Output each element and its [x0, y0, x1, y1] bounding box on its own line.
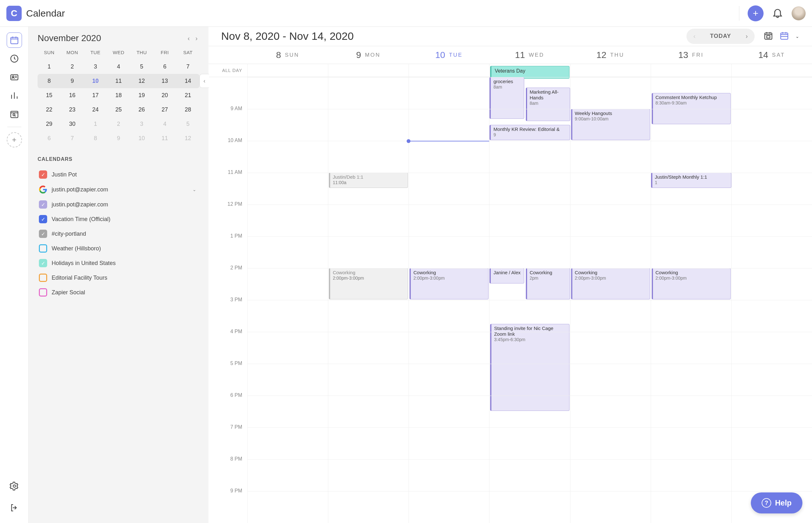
mini-day[interactable]: 10: [84, 74, 107, 88]
mini-day[interactable]: 9: [61, 74, 84, 88]
event[interactable]: Coworking2:00pm-3:00pm: [652, 268, 731, 300]
event[interactable]: Weekly Hangouts9:00am-10:00am: [571, 109, 650, 140]
rail-contacts[interactable]: [7, 69, 22, 85]
day-header[interactable]: 14SAT: [731, 46, 812, 64]
event[interactable]: Commstent Monthly Ketchup8:30am-9:30am: [652, 93, 731, 124]
mini-day[interactable]: 4: [153, 117, 177, 131]
mini-day[interactable]: 25: [107, 103, 130, 117]
calendar-city-portland[interactable]: #city-portland: [38, 227, 199, 241]
mini-day[interactable]: 24: [84, 103, 107, 117]
allday-cell[interactable]: [409, 64, 489, 77]
mini-day[interactable]: 7: [61, 131, 84, 146]
mini-day[interactable]: 18: [107, 88, 130, 103]
rail-logout[interactable]: [7, 500, 22, 515]
rail-analytics[interactable]: [7, 88, 22, 103]
allday-cell[interactable]: [247, 64, 328, 77]
view-dropdown[interactable]: ⌄: [795, 34, 799, 39]
event[interactable]: groceries8am: [490, 77, 524, 119]
mini-day[interactable]: 29: [38, 117, 61, 131]
mini-day[interactable]: 10: [130, 131, 153, 146]
mini-day[interactable]: 9: [107, 131, 130, 146]
mini-day[interactable]: 3: [130, 117, 153, 131]
mini-day[interactable]: 5: [130, 59, 153, 74]
next-week-button[interactable]: ›: [739, 29, 755, 44]
calendar-editorial-tours[interactable]: Editorial Facility Tours: [38, 270, 199, 285]
checkbox-unchecked-icon[interactable]: [39, 244, 47, 253]
mini-day[interactable]: 11: [153, 131, 177, 146]
mini-day[interactable]: 12: [130, 74, 153, 88]
mini-day[interactable]: 12: [176, 131, 199, 146]
mini-day[interactable]: 30: [61, 117, 84, 131]
mini-day[interactable]: 4: [107, 59, 130, 74]
calendar-holidays[interactable]: Holidays in United States: [38, 256, 199, 270]
mini-day[interactable]: 13: [153, 74, 177, 88]
checkbox-checked-icon[interactable]: [39, 200, 47, 209]
notifications-button[interactable]: [772, 7, 783, 19]
mini-day[interactable]: 21: [176, 88, 199, 103]
calendar-weather[interactable]: Weather (Hillsboro): [38, 241, 199, 256]
day-header[interactable]: 11WED: [489, 46, 570, 64]
mini-day[interactable]: 5: [176, 117, 199, 131]
mini-day[interactable]: 11: [107, 74, 130, 88]
rail-recent[interactable]: [7, 51, 22, 66]
mini-day[interactable]: 17: [84, 88, 107, 103]
mini-day[interactable]: 8: [38, 74, 61, 88]
mini-day[interactable]: 27: [153, 103, 177, 117]
mini-day[interactable]: 20: [153, 88, 177, 103]
allday-cell[interactable]: [731, 64, 812, 77]
allday-cell[interactable]: Veterans Day: [489, 64, 570, 77]
mini-next-button[interactable]: ›: [193, 33, 199, 43]
mini-day[interactable]: 19: [130, 88, 153, 103]
mini-day[interactable]: 16: [61, 88, 84, 103]
help-button[interactable]: ? Help: [751, 492, 802, 513]
mini-prev-button[interactable]: ‹: [186, 33, 192, 43]
prev-week-button[interactable]: ‹: [686, 29, 702, 44]
checkbox-checked-icon[interactable]: [39, 230, 47, 238]
checkbox-unchecked-icon[interactable]: [39, 274, 47, 282]
rail-settings[interactable]: [7, 479, 22, 494]
checkbox-checked-icon[interactable]: [39, 170, 47, 179]
mini-day[interactable]: 28: [176, 103, 199, 117]
day-header[interactable]: 13FRI: [651, 46, 731, 64]
mini-day[interactable]: 8: [84, 131, 107, 146]
event[interactable]: Coworking2:00pm-3:00pm: [329, 268, 408, 300]
calendar-zapier-social[interactable]: Zapier Social: [38, 285, 199, 300]
allday-cell[interactable]: [570, 64, 651, 77]
mini-day[interactable]: 14: [176, 74, 199, 88]
day-header[interactable]: 8SUN: [247, 46, 328, 64]
calendar-sub-account[interactable]: justin.pot@zapier.com: [38, 197, 199, 212]
event[interactable]: Janine / Alex: [490, 268, 524, 284]
week-scroll-body[interactable]: 9 AM10 AM11 AM12 PM1 PM2 PM3 PM4 PM5 PM6…: [208, 77, 812, 523]
rail-add-button[interactable]: +: [7, 132, 22, 147]
mini-day[interactable]: 23: [61, 103, 84, 117]
mini-day[interactable]: 1: [38, 59, 61, 74]
view-day-button[interactable]: [763, 31, 773, 41]
event[interactable]: Coworking2pm: [526, 268, 570, 300]
calendar-vacation[interactable]: Vacation Time (Official): [38, 212, 199, 227]
mini-day[interactable]: 6: [38, 131, 61, 146]
rail-search-calendar[interactable]: [7, 106, 22, 122]
calendar-google-account[interactable]: justin.pot@zapier.com ⌄: [38, 182, 199, 197]
day-header[interactable]: 9MON: [328, 46, 409, 64]
view-week-button[interactable]: [779, 31, 789, 41]
rail-calendar[interactable]: [7, 33, 22, 48]
day-header[interactable]: 12THU: [570, 46, 651, 64]
day-header[interactable]: 10TUE: [409, 46, 489, 64]
event[interactable]: Marketing All-Hands8am: [526, 88, 570, 121]
mini-day[interactable]: 2: [61, 59, 84, 74]
mini-day[interactable]: 1: [84, 117, 107, 131]
mini-day[interactable]: 7: [176, 59, 199, 74]
calendar-justin-pot[interactable]: Justin Pot: [38, 167, 199, 182]
chevron-down-icon[interactable]: ⌄: [191, 185, 198, 194]
avatar[interactable]: [792, 6, 806, 20]
checkbox-checked-icon[interactable]: [39, 215, 47, 223]
mini-day[interactable]: 22: [38, 103, 61, 117]
allday-cell[interactable]: [328, 64, 409, 77]
event[interactable]: Standing invite for Nic Cage Zoom link3:…: [490, 324, 569, 411]
today-button[interactable]: TODAY: [702, 33, 739, 39]
event[interactable]: Coworking2:00pm-3:00pm: [409, 268, 489, 300]
mini-day[interactable]: 3: [84, 59, 107, 74]
event[interactable]: Justin/Deb 1:111:00a: [329, 173, 408, 188]
mini-day[interactable]: 26: [130, 103, 153, 117]
mini-day[interactable]: 2: [107, 117, 130, 131]
